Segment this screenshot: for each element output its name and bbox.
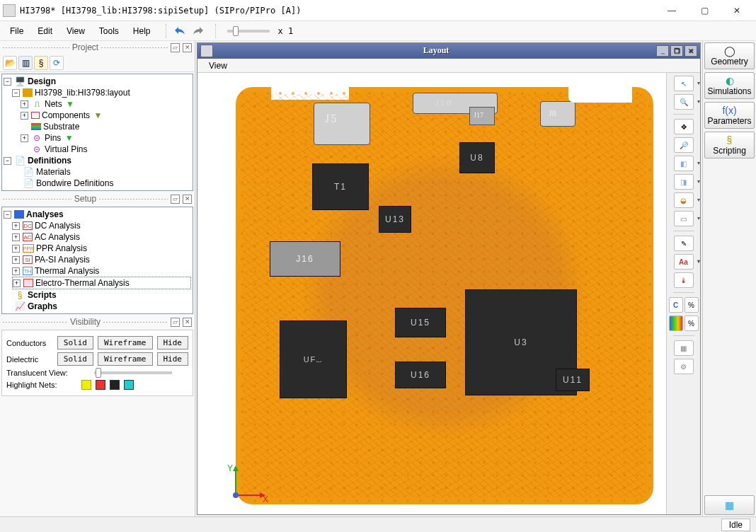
layer-tool[interactable]: ◒ (674, 192, 694, 208)
text-tool[interactable]: Aa (674, 254, 694, 270)
project-tb-spiral-icon[interactable]: § (34, 56, 48, 70)
layout-canvas[interactable]: T1 U8 U13 J16 UF⎵ U15 U16 U3 U11 J5 J10 (197, 73, 666, 514)
minimize-button[interactable]: — (655, 0, 688, 21)
percent-button-2[interactable]: % (685, 316, 699, 331)
view-cube-2[interactable]: ◨ (674, 174, 694, 190)
tree-bondwire[interactable]: +📄Bondwire Definitions (12, 178, 191, 189)
chip-U15: U15 (395, 308, 446, 337)
project-tb-window-icon[interactable]: ▥ (18, 56, 33, 70)
chip-T1: T1 (312, 163, 369, 210)
zoom-slider[interactable] (227, 30, 270, 33)
layout-window-icon (200, 45, 213, 57)
tab-scripting[interactable]: §Scripting (704, 132, 755, 158)
tree-analyses[interactable]: −Analyses (4, 209, 191, 220)
net-swatch-4[interactable] (124, 380, 134, 390)
visibility-panel-title: Visibility (70, 317, 101, 327)
gear-tool[interactable]: ⚙ (674, 359, 694, 374)
select-tool[interactable]: ↖ (674, 76, 694, 91)
view-cube-1[interactable]: ◧ (674, 156, 694, 171)
project-close-button[interactable]: ✕ (183, 43, 192, 52)
zoom-in-tool[interactable]: 🔎 (674, 137, 694, 153)
tree-pasi[interactable]: +SIPA-SI Analysis (12, 254, 191, 265)
conductors-wireframe-button[interactable]: Wireframe (98, 336, 153, 349)
net-swatch-2[interactable] (96, 380, 105, 390)
tree-ac[interactable]: +ACAC Analysis (12, 231, 191, 243)
tab-geometry[interactable]: ◯Geometry (704, 42, 755, 69)
dielectric-wireframe-button[interactable]: Wireframe (98, 352, 153, 366)
grid-tool[interactable]: ▦ (674, 340, 694, 356)
tree-design[interactable]: −🖥️Design (4, 76, 191, 87)
tree-layout[interactable]: −HI3798_lib:HI3798:layout (12, 87, 191, 98)
tab-windows[interactable]: ▦ (704, 495, 755, 515)
layout-window-title: Layout (216, 45, 656, 56)
pen-tool[interactable]: ✎ (674, 236, 694, 251)
titlebar: HI3798* [HI3798_lib:HI3798:sipiSetup] (S… (0, 0, 756, 21)
parameters-icon: f(x) (722, 105, 736, 116)
chip-U11: U11 (556, 369, 590, 391)
tree-substrate[interactable]: +Substrate (21, 121, 191, 132)
chip-J16: J16 (270, 241, 340, 277)
setup-close-button[interactable]: ✕ (183, 195, 192, 204)
close-button[interactable]: ✕ (721, 0, 753, 21)
layout-close-button[interactable]: ✕ (685, 45, 697, 57)
palette-button[interactable] (669, 316, 683, 331)
tab-parameters[interactable]: f(x)Parameters (704, 102, 755, 129)
menu-view[interactable]: View (61, 23, 91, 39)
label-J8: J8 (549, 108, 556, 119)
visibility-max-button[interactable]: ▱ (171, 318, 180, 327)
visibility-close-button[interactable]: ✕ (183, 318, 192, 327)
tree-dc[interactable]: +DCDC Analysis (12, 220, 191, 231)
tab-simulations[interactable]: ◐Simulations (704, 72, 755, 99)
undo-button[interactable] (172, 23, 188, 39)
tree-thermal[interactable]: +THThermal Analysis (12, 265, 191, 277)
filter-icon: ▼ (64, 99, 76, 109)
setup-max-button[interactable]: ▱ (171, 195, 180, 204)
project-tb-open-icon[interactable]: 📂 (3, 56, 17, 70)
layout-restore-button[interactable]: ❐ (670, 45, 683, 57)
redo-button[interactable] (190, 23, 206, 39)
layout-window-titlebar[interactable]: Layout _ ❐ ✕ (197, 43, 700, 59)
tree-electro-thermal[interactable]: +Electro-Thermal Analysis (12, 277, 191, 289)
title-text: HI3798* [HI3798_lib:HI3798:sipiSetup] (S… (20, 6, 655, 16)
zoom-tool[interactable]: 🔍 (674, 94, 694, 110)
simulations-icon: ◐ (726, 75, 734, 86)
tree-vpins[interactable]: +⊝Virtual Pins (21, 144, 191, 155)
menubar: File Edit View Tools Help x 1 (0, 21, 756, 41)
svg-point-4 (233, 492, 239, 498)
layout-minimize-button[interactable]: _ (656, 45, 669, 57)
scripting-icon: § (727, 134, 733, 146)
chip-U8: U8 (459, 142, 495, 173)
maximize-button[interactable]: ▢ (688, 0, 721, 21)
menu-help[interactable]: Help (127, 23, 156, 39)
translucent-label: Translucent View: (6, 369, 84, 377)
conductors-hide-button[interactable]: Hide (157, 336, 189, 349)
project-max-button[interactable]: ▱ (171, 43, 180, 52)
project-tb-refresh-icon[interactable]: ⟳ (50, 56, 64, 70)
menu-edit[interactable]: Edit (32, 23, 58, 39)
dielectric-hide-button[interactable]: Hide (157, 352, 189, 366)
filter-icon: ▼ (92, 110, 103, 120)
tree-pins[interactable]: +⊝Pins ▼ (21, 132, 191, 144)
net-swatch-1[interactable] (81, 380, 91, 390)
net-swatch-3[interactable] (110, 380, 120, 390)
windows-icon: ▦ (725, 499, 734, 511)
thermometer-tool[interactable]: 🌡 (674, 272, 694, 288)
conductors-solid-button[interactable]: Solid (57, 336, 93, 349)
tree-graphs[interactable]: +📈Graphs (4, 301, 191, 312)
tree-scripts[interactable]: +§Scripts (4, 289, 191, 301)
tree-nets[interactable]: +⎍Nets ▼ (21, 98, 191, 110)
layout-menu-view[interactable]: View (203, 58, 233, 74)
label-J10: J10 (435, 97, 452, 108)
translucent-slider[interactable] (94, 371, 172, 374)
menu-tools[interactable]: Tools (93, 23, 125, 39)
tree-ppr[interactable]: +PPRPPR Analysis (12, 243, 191, 254)
dielectric-solid-button[interactable]: Solid (57, 352, 93, 366)
c-button[interactable]: C (669, 297, 683, 313)
tree-components[interactable]: +Components ▼ (21, 110, 191, 121)
tree-materials[interactable]: +📄Materials (12, 166, 191, 178)
percent-button-1[interactable]: % (685, 297, 699, 313)
shade-tool[interactable]: ▭ (674, 211, 694, 226)
menu-file[interactable]: File (4, 23, 29, 39)
fit-tool[interactable]: ✥ (674, 119, 694, 134)
tree-definitions[interactable]: −📄Definitions (4, 155, 191, 166)
